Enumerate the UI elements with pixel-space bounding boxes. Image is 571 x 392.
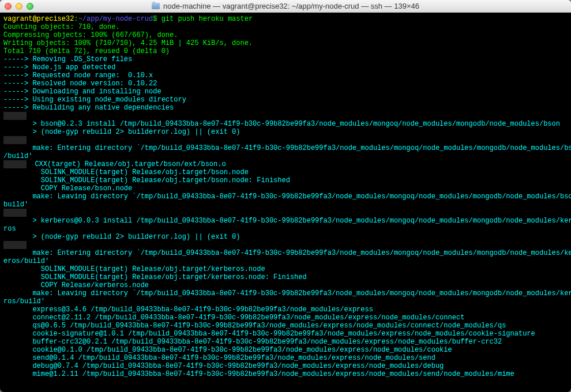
- output-line: COPY Release/kerberos.node: [3, 281, 568, 289]
- output-line: -----> Node.js app detected: [3, 63, 568, 71]
- terminal-window: node-machine — vagrant@precise32: ~/app/…: [0, 0, 571, 392]
- output-line: [3, 112, 568, 120]
- output-line: -----> Requested node range: 0.10.x: [3, 71, 568, 80]
- output-line: > (node-gyp rebuild 2> builderror.log) |…: [3, 128, 568, 136]
- output-line: SOLINK_MODULE(target) Release/obj.target…: [3, 273, 568, 281]
- output-line: > bson@0.2.3 install /tmp/build_09433bba…: [3, 120, 568, 128]
- output-line: [3, 241, 568, 249]
- output-line: [3, 209, 568, 217]
- output-line: cookie@0.1.0 /tmp/build_09433bba-8e07-41…: [3, 346, 568, 354]
- output-line: > kerberos@0.0.3 install /tmp/build_0943…: [3, 217, 568, 233]
- output-line: -----> Rebuilding any native dependencie…: [3, 104, 568, 112]
- prompt-user: vagrant@precise32: [3, 15, 74, 23]
- output-line: Writing objects: 100% (710/710), 4.25 Mi…: [3, 39, 568, 47]
- output-line: CXX(target) Release/obj.target/bson/ext/…: [3, 160, 568, 168]
- output-line: buffer-crc32@0.2.1 /tmp/build_09433bba-8…: [3, 338, 568, 346]
- output-line: Total 710 (delta 72), reused 0 (delta 0): [3, 47, 568, 55]
- output-line: cookie-signature@1.0.1 /tmp/build_09433b…: [3, 330, 568, 338]
- output-line: COPY Release/bson.node: [3, 184, 568, 193]
- output-line: SOLINK_MODULE(target) Release/obj.target…: [3, 168, 568, 176]
- output-line: make: Entering directory `/tmp/build_094…: [3, 249, 568, 265]
- output-line: express@3.4.6 /tmp/build_09433bba-8e07-4…: [3, 306, 568, 314]
- output-line: -----> Removing .DS_Store files: [3, 55, 568, 63]
- output-line: Counting objects: 710, done.: [3, 23, 568, 31]
- maximize-button[interactable]: [27, 3, 33, 10]
- close-button[interactable]: [5, 3, 12, 10]
- terminal-content[interactable]: vagrant@precise32:~/app/my-node-crud$ gi…: [0, 13, 571, 392]
- titlebar[interactable]: node-machine — vagrant@precise32: ~/app/…: [0, 0, 571, 13]
- output-line: Compressing objects: 100% (667/667), don…: [3, 31, 568, 39]
- output-line: SOLINK_MODULE(target) Release/obj.target…: [3, 265, 568, 273]
- output-line: make: Leaving directory `/tmp/build_0943…: [3, 193, 568, 209]
- output-line: send@0.1.4 /tmp/build_09433bba-8e07-41f9…: [3, 354, 568, 362]
- output-line: SOLINK_MODULE(target) Release/obj.target…: [3, 176, 568, 184]
- output-line: -----> Using existing node_modules direc…: [3, 96, 568, 104]
- command: git push heroku master: [161, 15, 253, 23]
- title-label: node-machine — vagrant@precise32: ~/app/…: [163, 2, 419, 10]
- output-line: debug@0.7.4 /tmp/build_09433bba-8e07-41f…: [3, 362, 568, 370]
- output-line: > (node-gyp rebuild 2> builderror.log) |…: [3, 233, 568, 241]
- output-line: [3, 136, 568, 144]
- output-line: make: Leaving directory `/tmp/build_0943…: [3, 289, 568, 306]
- folder-icon: [152, 3, 160, 9]
- traffic-lights: [5, 3, 33, 10]
- prompt-path: ~/app/my-node-crud: [78, 15, 153, 23]
- output-line: mime@1.2.11 /tmp/build_09433bba-8e07-41f…: [3, 370, 568, 378]
- output-line: qs@0.6.5 /tmp/build_09433bba-8e07-41f9-b…: [3, 322, 568, 330]
- output-line: make: Entering directory `/tmp/build_094…: [3, 144, 568, 160]
- output-line: -----> Resolved node version: 0.10.22: [3, 80, 568, 88]
- output-line: connect@2.11.2 /tmp/build_09433bba-8e07-…: [3, 314, 568, 322]
- prompt-line: vagrant@precise32:~/app/my-node-crud$ gi…: [3, 15, 568, 23]
- window-title: node-machine — vagrant@precise32: ~/app/…: [152, 2, 419, 10]
- output-line: -----> Downloading and installing node: [3, 88, 568, 96]
- minimize-button[interactable]: [16, 3, 22, 10]
